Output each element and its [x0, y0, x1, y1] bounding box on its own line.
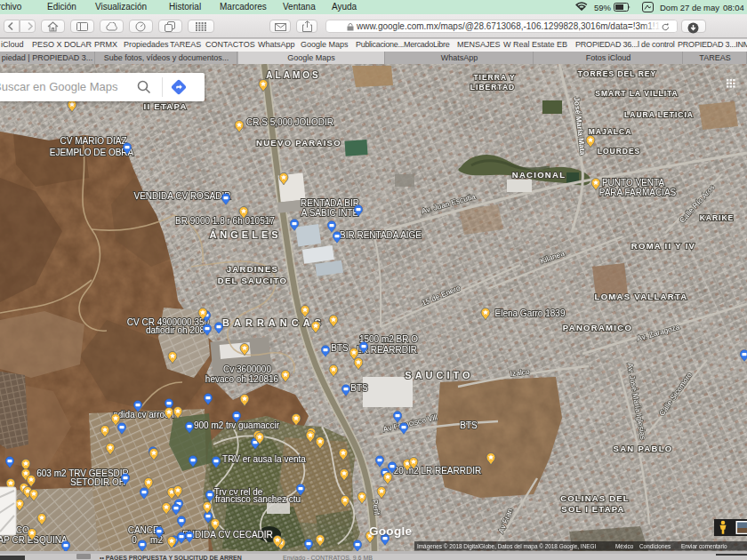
svg-text:ALAMOS: ALAMOS: [266, 70, 320, 80]
svg-text:Condiciones: Condiciones: [639, 543, 671, 549]
svg-text:BTS: BTS: [331, 343, 349, 353]
svg-text:EJEMPLO DE OBRA: EJEMPLO DE OBRA: [50, 148, 134, 157]
svg-text:dafiodir oh 208: dafiodir oh 208: [146, 325, 205, 335]
svg-text:BIR RENTADA AIGE: BIR RENTADA AIGE: [340, 230, 422, 240]
svg-text:LAURA LETICIA: LAURA LETICIA: [624, 110, 694, 119]
svg-text:SETODIR OH: SETODIR OH: [70, 477, 125, 487]
svg-text:Elena Garro 1839: Elena Garro 1839: [495, 308, 566, 318]
svg-text:México: México: [615, 543, 634, 549]
svg-text:ROMA II Y IV: ROMA II Y IV: [631, 241, 695, 251]
svg-text:RENTADA BIR: RENTADA BIR: [301, 198, 359, 208]
svg-text:PARA FARMACIAS: PARA FARMACIAS: [599, 188, 677, 197]
svg-text:MAJALCA: MAJALCA: [589, 127, 632, 136]
svg-text:DEL SAUCITO: DEL SAUCITO: [218, 276, 287, 285]
svg-text:BARRANCAS: BARRANCAS: [222, 317, 325, 328]
svg-text:TORRES DEL REY: TORRES DEL REY: [578, 69, 656, 78]
svg-text:VENDIDA CV ROSADIR: VENDIDA CV ROSADIR: [134, 191, 231, 201]
svg-text:1500 m2 BR O: 1500 m2 BR O: [359, 334, 418, 344]
svg-text:BTS: BTS: [460, 420, 478, 430]
svg-text:BTS: BTS: [350, 383, 368, 393]
svg-text:ÁNGELES: ÁNGELES: [209, 229, 281, 240]
svg-text:SMART LA VILLITA: SMART LA VILLITA: [595, 89, 678, 98]
svg-text:hevaco oh 120816: hevaco oh 120816: [205, 374, 279, 384]
svg-text:PUNTO VENTA: PUNTO VENTA: [602, 178, 665, 188]
svg-text:Imágenes © 2018 DigitalGlobe,: Imágenes © 2018 DigitalGlobe, Datos del …: [417, 543, 596, 550]
svg-text:CR S 5,000 JOLODIR: CR S 5,000 JOLODIR: [246, 117, 333, 127]
svg-text:BR 9000 1.8 r 6h 010517: BR 9000 1.8 r 6h 010517: [175, 216, 275, 226]
svg-text:ENDIDA CV CECADIR: ENDIDA CV CECADIR: [182, 530, 273, 540]
svg-text:JARDINES: JARDINES: [227, 264, 278, 274]
svg-text:NUEVO PARAISO: NUEVO PARAISO: [256, 138, 341, 148]
svg-text:SAN PABLO: SAN PABLO: [614, 444, 673, 453]
svg-text:0: 0: [132, 535, 137, 545]
svg-text:LOURDES: LOURDES: [598, 147, 641, 156]
svg-text:LOMAS VALLARTA: LOMAS VALLARTA: [595, 292, 688, 301]
svg-text:LIBERTAD: LIBERTAD: [470, 83, 515, 92]
svg-text:CV MARIO DIAZ: CV MARIO DIAZ: [60, 136, 126, 146]
svg-text:II ETAPA: II ETAPA: [143, 101, 187, 111]
svg-text:SAUCITO: SAUCITO: [405, 370, 473, 380]
svg-text:francisco sanchez ctu: francisco sanchez ctu: [215, 494, 301, 504]
svg-text:Enviar comentario: Enviar comentario: [681, 543, 727, 549]
svg-text:A SABIC INTE: A SABIC INTE: [301, 208, 359, 218]
svg-text:SOL I ETAPA: SOL I ETAPA: [561, 504, 624, 514]
svg-text:NACIONAL: NACIONAL: [512, 170, 566, 180]
svg-text:COLINAS DEL: COLINAS DEL: [560, 493, 630, 503]
svg-text:m2: m2: [150, 535, 163, 545]
svg-text:Google: Google: [369, 524, 412, 538]
svg-text:PANORAMICO: PANORAMICO: [563, 323, 632, 332]
svg-text:TIERRA Y: TIERRA Y: [473, 73, 515, 82]
svg-text:Cv 3600000: Cv 3600000: [223, 364, 271, 374]
svg-text:KARIKE: KARIKE: [700, 213, 735, 222]
svg-text:TRV er ausa la venta: TRV er ausa la venta: [222, 454, 306, 464]
